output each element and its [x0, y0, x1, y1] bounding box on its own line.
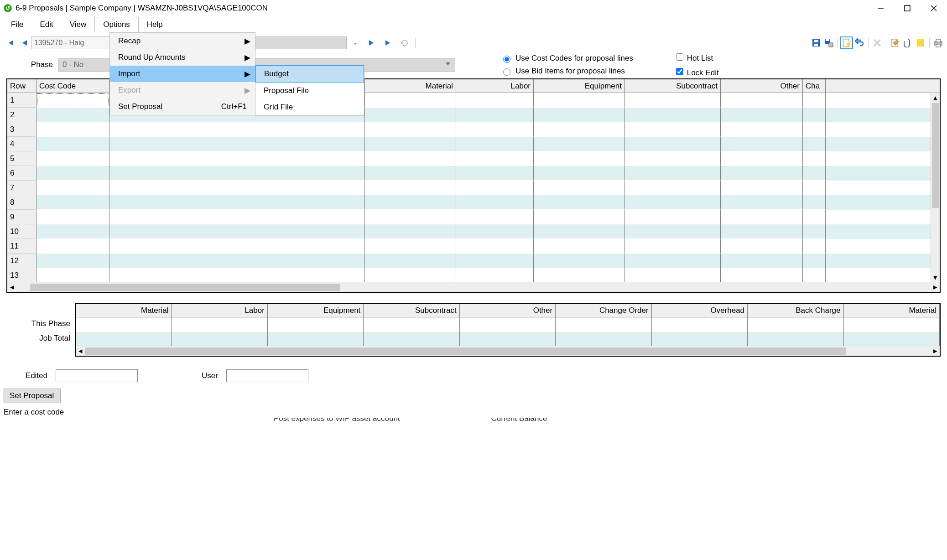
radio-cost-codes[interactable]: Use Cost Codes for proposal lines [501, 54, 633, 63]
grid-cell[interactable] [534, 93, 625, 108]
grid-cell[interactable] [365, 195, 456, 210]
grid-cell[interactable] [721, 122, 803, 137]
grid-cell[interactable] [721, 181, 803, 195]
grid-cell[interactable] [534, 151, 625, 166]
row-number[interactable]: 9 [7, 210, 36, 224]
prev-record-button[interactable] [19, 38, 29, 48]
grid-cell[interactable] [803, 137, 826, 151]
grid-cell[interactable] [109, 137, 365, 151]
grid-cell[interactable] [534, 181, 625, 195]
grid-cell[interactable] [109, 210, 365, 224]
notes-icon[interactable] [890, 38, 900, 48]
grid-cell[interactable] [721, 93, 803, 108]
grid-cell[interactable] [803, 239, 826, 254]
grid-cell[interactable] [625, 122, 721, 137]
col-material[interactable]: Material [365, 79, 456, 93]
grid-cell[interactable] [365, 137, 456, 151]
grid-cell[interactable] [36, 224, 109, 239]
col-equipment[interactable]: Equipment [534, 79, 625, 93]
summary-col[interactable]: Equipment [268, 304, 364, 317]
grid-cell[interactable] [365, 268, 456, 283]
menu-edit[interactable]: Edit [31, 17, 61, 32]
grid-cell[interactable] [36, 166, 109, 181]
grid-cell[interactable] [36, 239, 109, 254]
dropdown-arrow-icon[interactable] [350, 38, 360, 48]
grid-cell[interactable] [534, 254, 625, 268]
summary-horizontal-scrollbar[interactable]: ◂ ▸ [76, 346, 940, 356]
grid-cell[interactable] [456, 108, 534, 122]
import-budget[interactable]: Budget [255, 65, 364, 83]
scroll-thumb-h[interactable] [30, 284, 340, 291]
summary-col[interactable]: Back Charge [748, 304, 843, 317]
scroll-up-icon[interactable]: ▴ [931, 93, 940, 102]
col-cha[interactable]: Cha [803, 79, 826, 93]
grid-cell[interactable] [456, 195, 534, 210]
table-row[interactable]: 12 [7, 254, 940, 268]
radio-cost-codes-input[interactable] [503, 56, 510, 63]
summary-col[interactable]: Labor [172, 304, 267, 317]
check-hot-list-input[interactable] [676, 53, 683, 61]
grid-cell[interactable] [721, 151, 803, 166]
grid-cell[interactable] [721, 268, 803, 283]
col-row[interactable]: Row [7, 79, 36, 93]
scroll-right-icon[interactable]: ▸ [931, 282, 940, 292]
grid-cell[interactable] [109, 239, 365, 254]
table-row[interactable]: 6 [7, 166, 940, 181]
grid-cell[interactable] [456, 166, 534, 181]
import-grid-file[interactable]: Grid File [255, 99, 364, 115]
grid-cell[interactable] [803, 210, 826, 224]
grid-cell[interactable] [625, 268, 721, 283]
table-row[interactable]: 4 [7, 137, 940, 151]
grid-cell[interactable] [109, 181, 365, 195]
grid-cell[interactable] [534, 108, 625, 122]
grid-cell[interactable] [456, 254, 534, 268]
grid-cell[interactable] [365, 210, 456, 224]
maximize-button[interactable] [894, 0, 921, 16]
edited-field[interactable] [56, 369, 138, 382]
grid-cell[interactable] [365, 93, 456, 108]
close-button[interactable] [921, 0, 947, 16]
scroll-thumb[interactable] [932, 103, 939, 208]
summary-col[interactable]: Material [76, 304, 172, 317]
table-row[interactable]: 3 [7, 122, 940, 137]
grid-cell[interactable] [803, 268, 826, 283]
scroll-left-icon[interactable]: ◂ [76, 346, 85, 356]
grid-cell[interactable] [721, 210, 803, 224]
grid-cell[interactable] [456, 268, 534, 283]
grid-cell[interactable] [721, 137, 803, 151]
grid-cell[interactable] [365, 151, 456, 166]
grid-cell[interactable] [803, 181, 826, 195]
grid-cell[interactable] [534, 137, 625, 151]
grid-cell[interactable] [721, 254, 803, 268]
grid-cell[interactable] [109, 268, 365, 283]
grid-cell[interactable] [534, 239, 625, 254]
grid-cell[interactable] [534, 122, 625, 137]
grid-cell[interactable] [36, 108, 109, 122]
sticky-note-icon[interactable] [916, 38, 926, 48]
record-lookup-input[interactable]: 1395270 - Haig [31, 36, 122, 49]
last-record-button[interactable] [383, 38, 393, 48]
horizontal-scrollbar[interactable]: ◂ ▸ [7, 282, 940, 292]
row-number[interactable]: 8 [7, 195, 36, 210]
grid-cell[interactable] [625, 166, 721, 181]
menu-options[interactable]: Options [94, 17, 139, 32]
summary-col[interactable]: Other [460, 304, 556, 317]
grid-cell[interactable] [625, 210, 721, 224]
summary-col[interactable]: Change Order [556, 304, 651, 317]
grid-cell[interactable] [534, 224, 625, 239]
table-row[interactable]: 8 [7, 195, 940, 210]
grid-cell[interactable] [625, 108, 721, 122]
menu-file[interactable]: File [3, 17, 31, 32]
first-record-button[interactable] [5, 38, 16, 48]
attachment-icon[interactable] [903, 38, 913, 48]
grid-cell[interactable] [803, 122, 826, 137]
grid-cell[interactable] [365, 122, 456, 137]
scroll-down-icon[interactable]: ▾ [931, 273, 940, 282]
grid-cell[interactable] [721, 195, 803, 210]
grid-cell[interactable] [36, 268, 109, 283]
grid-cell[interactable] [109, 166, 365, 181]
menu-help[interactable]: Help [139, 17, 171, 32]
grid-cell[interactable] [109, 224, 365, 239]
grid-cell[interactable] [456, 137, 534, 151]
print-icon[interactable] [933, 38, 943, 48]
